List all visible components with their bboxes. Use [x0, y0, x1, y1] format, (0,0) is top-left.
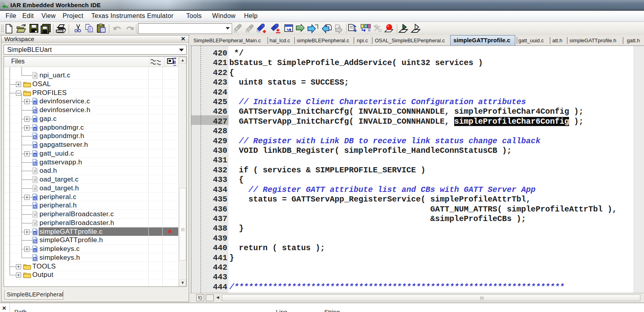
svg-text:c: c	[34, 118, 36, 122]
svg-text:c: c	[34, 196, 36, 200]
svg-text:h: h	[34, 135, 36, 139]
svg-text:h: h	[34, 161, 36, 166]
svg-text:c: c	[34, 152, 36, 157]
svg-text:h: h	[34, 109, 36, 113]
svg-text:c: c	[34, 231, 36, 235]
svg-text:h: h	[34, 257, 36, 261]
svg-text:c: c	[34, 248, 36, 252]
svg-text:h: h	[34, 239, 36, 243]
svg-text:h: h	[34, 204, 36, 209]
svg-text:c: c	[34, 100, 36, 105]
svg-text:c: c	[34, 126, 36, 131]
svg-text:h: h	[34, 144, 36, 148]
